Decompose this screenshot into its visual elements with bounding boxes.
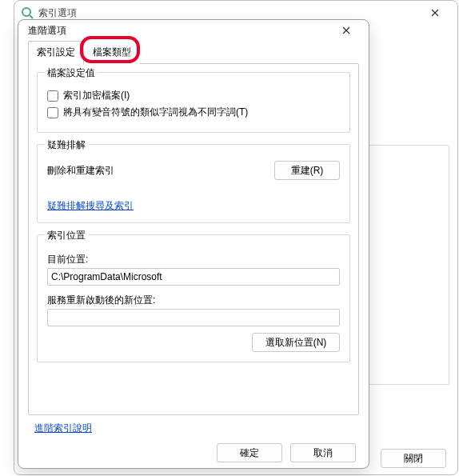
checkbox-diacritics[interactable] xyxy=(47,107,58,118)
tab-file-types-label: 檔案類型 xyxy=(93,46,131,58)
row-encrypt[interactable]: 索引加密檔案(I) xyxy=(47,89,340,102)
group-troubleshoot-title: 疑難排解 xyxy=(44,138,89,152)
checkbox-encrypt[interactable] xyxy=(47,90,58,102)
advanced-options-dialog: 進階選項 索引設定 檔案類型 檔案設定值 索引加密檔案(I) xyxy=(18,19,369,469)
back-title: 索引選項 xyxy=(38,6,77,20)
group-file-settings-title: 檔案設定值 xyxy=(44,66,98,80)
front-footer: 進階索引說明 確定 取消 xyxy=(18,415,369,472)
back-close-button[interactable] xyxy=(419,2,451,24)
front-title: 進階選項 xyxy=(28,24,66,38)
choose-location-button[interactable]: 選取新位置(N) xyxy=(252,333,340,352)
tab-panel: 檔案設定值 索引加密檔案(I) 將具有變音符號的類似字詞視為不同字詞(T) 疑難… xyxy=(28,63,359,415)
ok-button[interactable]: 確定 xyxy=(217,443,282,462)
group-troubleshoot: 疑難排解 刪除和重建索引 重建(R) 疑難排解搜尋及索引 xyxy=(37,144,350,223)
group-file-settings: 檔案設定值 索引加密檔案(I) 將具有變音符號的類似字詞視為不同字詞(T) xyxy=(37,72,350,133)
tabstrip: 索引設定 檔案類型 xyxy=(28,41,359,64)
checkbox-diacritics-label: 將具有變音符號的類似字詞視為不同字詞(T) xyxy=(63,106,248,119)
group-location-title: 索引位置 xyxy=(44,229,89,242)
row-diacritics[interactable]: 將具有變音符號的類似字詞視為不同字詞(T) xyxy=(47,106,340,119)
back-close-footer-button[interactable]: 關閉 xyxy=(381,449,446,468)
svg-line-1 xyxy=(30,15,33,18)
front-titlebar: 進階選項 xyxy=(18,20,369,41)
new-location-field[interactable] xyxy=(47,309,340,326)
troubleshoot-help-link[interactable]: 疑難排解搜尋及索引 xyxy=(47,200,134,211)
rebuild-button[interactable]: 重建(R) xyxy=(274,161,340,180)
tab-index-settings[interactable]: 索引設定 xyxy=(28,41,84,65)
front-close-button[interactable] xyxy=(330,20,362,41)
cancel-button[interactable]: 取消 xyxy=(290,443,356,462)
new-location-label: 服務重新啟動後的新位置: xyxy=(47,294,340,307)
current-location-field[interactable] xyxy=(47,268,340,286)
current-location-label: 目前位置: xyxy=(47,253,340,266)
svg-point-0 xyxy=(22,8,30,16)
rebuild-text: 刪除和重建索引 xyxy=(47,164,114,178)
checkbox-encrypt-label: 索引加密檔案(I) xyxy=(63,89,130,102)
group-location: 索引位置 目前位置: 服務重新啟動後的新位置: 選取新位置(N) xyxy=(37,234,350,362)
app-icon xyxy=(21,6,34,19)
tab-file-types[interactable]: 檔案類型 xyxy=(84,41,140,64)
tab-index-settings-label: 索引設定 xyxy=(37,46,75,58)
advanced-help-link[interactable]: 進階索引說明 xyxy=(34,422,92,434)
